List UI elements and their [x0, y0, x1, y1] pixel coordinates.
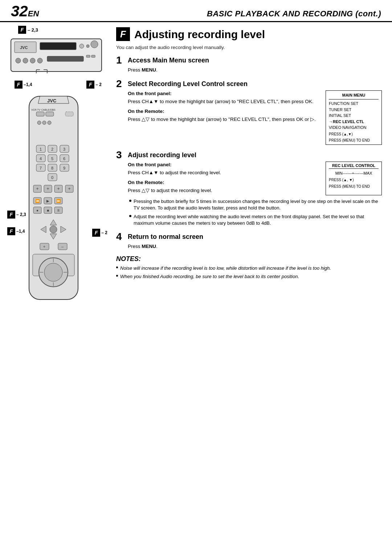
svg-text:VCR TV CABLE/DBS: VCR TV CABLE/DBS	[31, 109, 56, 111]
step-3-front-label: On the front panel:	[128, 162, 322, 168]
svg-point-10	[37, 58, 42, 63]
svg-rect-24	[65, 112, 73, 116]
step-2-remote-body: Press △▽ to move the highlight bar (arro…	[128, 116, 322, 123]
remote-svg: JVC VCR TV CABLE/DBS 1	[18, 94, 89, 305]
step-3-remote-body: Press △▽ to adjust the recording level.	[128, 187, 322, 194]
step-3-text: On the front panel: Press CH▲▼ to adjust…	[128, 162, 322, 195]
svg-point-70	[50, 226, 57, 233]
svg-text:■: ■	[47, 208, 49, 212]
step-1: 1 Access Main Menu screen Press MENU.	[116, 55, 382, 74]
step-3-bullets: Pressing the button briefly for 5 times …	[128, 198, 382, 227]
step-2-content: On the front panel: Press CH▲▼ to move t…	[116, 90, 382, 145]
menu-item-tuner-set: TUNER SET	[329, 107, 379, 113]
note-1-text: Noise will increase if the recording lev…	[120, 265, 331, 272]
bottom-f2-badge: F	[86, 81, 94, 89]
step-3: 3 Adjust recording level On the front pa…	[116, 150, 382, 227]
step-2-front-label: On the front panel:	[128, 90, 322, 97]
step-1-title: Access Main Menu screen	[128, 55, 209, 65]
step-4: 4 Return to normal screen Press MENU.	[116, 232, 382, 250]
step-3-rec-level-box: REC LEVEL CONTROL MIN-------+-------MAX …	[326, 162, 382, 195]
bottom-f2-sub: – 2	[95, 82, 102, 87]
svg-text:5: 5	[51, 156, 53, 161]
step-4-header: 4 Return to normal screen	[116, 232, 382, 242]
bottom-f-markers: F –1,4 F – 2	[7, 81, 109, 89]
menu-item-video-nav: VIDEO NAVIGATION	[329, 125, 379, 131]
svg-text:9: 9	[63, 166, 65, 170]
svg-text:6: 6	[63, 156, 65, 161]
bullet-2-text: Adjust the recording level while watchin…	[134, 213, 382, 227]
main-content: F – 2,3 JVC	[0, 22, 392, 310]
section-title-block: F Adjusting recording level	[116, 27, 382, 41]
svg-text:3: 3	[63, 147, 65, 151]
bullet-2-dot	[129, 215, 131, 217]
notes-section: NOTES: Noise will increase if the record…	[116, 255, 382, 280]
step-4-content: Press MENU.	[116, 243, 382, 250]
rec-level-footer-1: PRESS (▲, ▼)	[329, 178, 379, 183]
step-3-remote-label: On the Remote:	[128, 179, 322, 186]
step-2-header: 2 Select Recording Level Control screen	[116, 79, 382, 89]
svg-point-7	[16, 58, 21, 63]
bullet-1-dot	[129, 200, 131, 202]
step-2-text: On the front panel: Press CH▲▼ to move t…	[128, 90, 322, 145]
bottom-f1-sub: –1,4	[24, 82, 32, 87]
note-1: Noise will increase if the recording lev…	[116, 265, 382, 272]
step-4-press: Press MENU.	[128, 243, 382, 250]
step-2-sub-section: On the front panel: Press CH▲▼ to move t…	[128, 90, 382, 145]
intro-text: You can adjust the audio recording level…	[116, 45, 382, 50]
svg-text:+: +	[68, 186, 71, 191]
step-2-title: Select Recording Level Control screen	[128, 79, 248, 88]
menu-footer-1: PRESS (▲,▼)	[329, 132, 379, 137]
svg-text:▶: ▶	[46, 199, 49, 203]
rec-level-title: REC LEVEL CONTROL	[329, 163, 379, 169]
step-2-menu-box: MAIN MENU FUNCTION SET TUNER SET INITIAL…	[326, 90, 382, 145]
step-2: 2 Select Recording Level Control screen …	[116, 79, 382, 145]
bottom-f1-badge: F	[15, 81, 23, 89]
page-header: 32 EN BASIC PLAYBACK AND RECORDING (cont…	[0, 0, 392, 22]
menu-footer-2: PRESS (MENU) TO END	[329, 138, 379, 143]
svg-text:–: –	[61, 244, 64, 249]
step-3-front-body: Press CH▲▼ to adjust the recording level…	[128, 170, 322, 176]
top-f-sub: – 2,3	[28, 27, 38, 33]
remote-f3-sub: – 2	[101, 230, 107, 235]
bullet-1-text: Pressing the button briefly for 5 times …	[134, 198, 382, 211]
step-3-header: 3 Adjust recording level	[116, 150, 382, 160]
step-4-title: Return to normal screen	[128, 232, 203, 241]
svg-text:●: ●	[36, 208, 38, 212]
remote-f1-sub: – 2,3	[16, 212, 26, 217]
bottom-f1-marker: F –1,4	[15, 81, 32, 89]
svg-text:+: +	[36, 186, 39, 191]
step-2-remote-label: On the Remote:	[128, 108, 322, 115]
remote-f1-badge: F	[7, 211, 15, 219]
step-2-number: 2	[116, 79, 124, 89]
page-en-suffix: EN	[28, 9, 39, 19]
svg-rect-11	[47, 56, 83, 61]
svg-text:⏸: ⏸	[57, 208, 60, 212]
top-f-marker: F – 2,3	[18, 26, 109, 34]
section-title: Adjusting recording level	[134, 28, 265, 40]
vcr-device-container: JVC	[7, 35, 109, 89]
svg-point-5	[86, 45, 89, 48]
note-2-text: When you finished Audio recording, be su…	[120, 273, 299, 280]
left-column: F – 2,3 JVC	[0, 22, 113, 310]
remote-f3-badge: F	[92, 229, 100, 237]
remote-f2-badge: F	[7, 227, 15, 235]
svg-text:8: 8	[51, 166, 53, 170]
svg-text:1: 1	[40, 147, 42, 151]
svg-rect-13	[91, 55, 95, 57]
step-3-sub-section: On the front panel: Press CH▲▼ to adjust…	[128, 162, 382, 195]
menu-title: MAIN MENU	[329, 92, 379, 100]
svg-point-8	[23, 58, 28, 63]
svg-rect-12	[86, 55, 90, 57]
remote-f3-marker: F – 2	[92, 229, 107, 237]
svg-rect-23	[46, 112, 54, 116]
svg-text:4: 4	[40, 156, 42, 161]
bottom-f2-marker: F – 2	[86, 81, 102, 89]
remote-left-f-markers: F – 2,3 F –1,4	[7, 211, 26, 235]
svg-point-25	[37, 121, 41, 125]
step-1-header: 1 Access Main Menu screen	[116, 55, 382, 65]
svg-text:JVC: JVC	[20, 45, 28, 50]
right-column: F Adjusting recording level You can adju…	[113, 22, 392, 310]
svg-point-9	[30, 58, 35, 63]
svg-point-6	[91, 41, 98, 48]
menu-item-initial-set: INITIAL SET	[329, 113, 379, 119]
